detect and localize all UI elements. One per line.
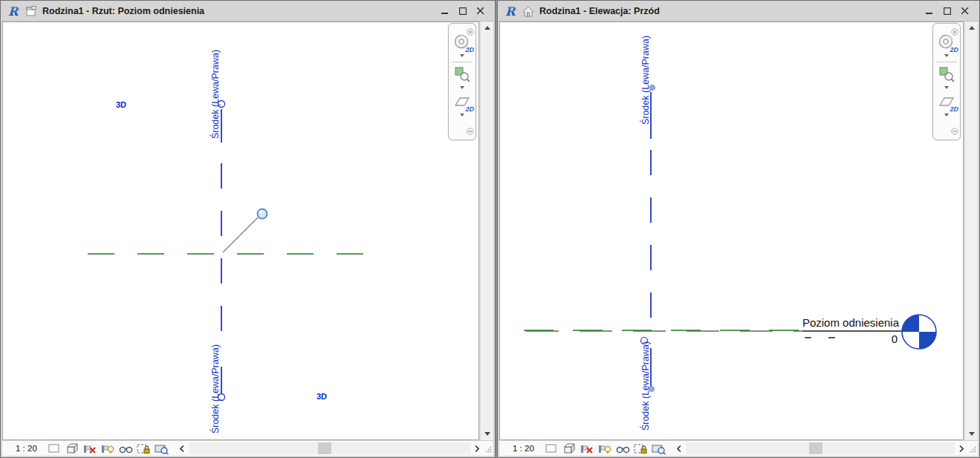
revit-logo-icon: R: [504, 5, 517, 18]
zoom-region-button[interactable]: [451, 65, 473, 84]
level-name-label[interactable]: Poziom odniesienia: [736, 316, 899, 329]
wheel-dropdown-arrow[interactable]: [460, 54, 464, 57]
scroll-down-arrow[interactable]: [481, 428, 493, 440]
maximize-button[interactable]: [458, 7, 467, 16]
ref-plane-label-top[interactable]: Środek (Lewa/Prawa): [210, 39, 221, 150]
horizontal-scrollbar-thumb[interactable]: [809, 442, 822, 454]
temporary-hide-isolate-glasses-icon[interactable]: [616, 442, 630, 454]
close-button[interactable]: [476, 7, 485, 16]
reveal-hidden-elements-icon[interactable]: [155, 442, 169, 454]
minimize-button[interactable]: [925, 7, 934, 16]
resize-grip[interactable]: [967, 442, 978, 454]
elevation-drawing-area[interactable]: Środek (Lewa/Prawa) Środek (Lewa/Prawa) …: [499, 22, 964, 440]
scroll-right-arrow[interactable]: [955, 442, 967, 454]
vertical-scrollbar[interactable]: [480, 22, 493, 440]
plan-view-icon: [25, 6, 37, 17]
scroll-down-arrow[interactable]: [965, 428, 978, 440]
ref-plane-label-bottom[interactable]: Środek (Lewa/Prawa): [210, 333, 221, 440]
steering-wheel-2d-button[interactable]: 2D: [451, 33, 473, 52]
close-button[interactable]: [961, 7, 970, 16]
zoom-dropdown-arrow[interactable]: [460, 86, 464, 89]
zoom-dropdown-arrow[interactable]: [944, 86, 949, 89]
plan-view-window: R Rodzina1 - Rzut: Poziom odniesienia: [0, 0, 496, 458]
scroll-up-arrow[interactable]: [481, 22, 493, 34]
scroll-up-arrow[interactable]: [965, 22, 978, 34]
vertical-scrollbar[interactable]: [964, 22, 978, 440]
plane-2d-label: 2D: [465, 105, 474, 113]
reveal-hidden-elements-icon[interactable]: [652, 442, 666, 454]
plane-2d-label: 2D: [950, 105, 958, 113]
detail-level-icon[interactable]: [48, 442, 62, 454]
crop-region-lock-icon[interactable]: [137, 442, 151, 454]
scroll-right-arrow[interactable]: [471, 442, 483, 454]
view-scale[interactable]: 1 : 20: [16, 444, 37, 453]
plan-drawing-area[interactable]: Środek (Lewa/Prawa) Środek (Lewa/Prawa) …: [2, 22, 479, 440]
navigation-bar: 2D 2D: [932, 23, 961, 140]
minimize-button[interactable]: [441, 7, 450, 16]
pan-2d-view-button[interactable]: 2D: [451, 92, 473, 111]
plan-window-titlebar[interactable]: R Rodzina1 - Rzut: Poziom odniesienia: [1, 1, 494, 22]
elevation-view-icon: [522, 6, 534, 17]
zoom-region-button[interactable]: [935, 65, 958, 84]
view-control-bar: 1 : 20: [499, 440, 978, 456]
wheel-dropdown-arrow[interactable]: [944, 54, 949, 57]
window-title: Rodzina1 - Elewacja: Przód: [539, 6, 920, 16]
steering-wheel-2d-button[interactable]: 2D: [935, 33, 958, 52]
rotate-drag-control[interactable]: [223, 209, 267, 253]
navbar-divider: [452, 62, 473, 62]
svg-text:R: R: [8, 5, 19, 18]
drag-handle[interactable]: [258, 209, 267, 219]
elevation-view-window: R Rodzina1 - Elewacja: Przód: [497, 0, 980, 458]
crop-region-lock-icon[interactable]: [634, 442, 648, 454]
view-scale[interactable]: 1 : 20: [513, 444, 534, 453]
pan-dropdown-arrow[interactable]: [944, 114, 949, 117]
shadows-off-icon[interactable]: [598, 442, 612, 454]
sun-path-off-icon[interactable]: [580, 442, 594, 454]
resize-grip[interactable]: [483, 442, 493, 454]
ref-plane-label-top[interactable]: Środek (Lewa/Prawa): [640, 24, 652, 136]
extent-3d-tag[interactable]: 3D: [317, 392, 327, 401]
level-head-symbol[interactable]: [902, 315, 936, 349]
window-title: Rodzina1 - Rzut: Poziom odniesienia: [42, 6, 435, 16]
pan-2d-view-button[interactable]: 2D: [935, 92, 958, 111]
visual-style-icon[interactable]: [65, 442, 79, 454]
scroll-left-arrow[interactable]: [673, 442, 685, 454]
wheel-2d-label: 2D: [465, 46, 474, 53]
horizontal-scrollbar[interactable]: [686, 442, 955, 454]
visual-style-icon[interactable]: [562, 442, 577, 454]
extent-3d-tag[interactable]: 3D: [116, 100, 126, 109]
detail-level-icon[interactable]: [545, 442, 559, 454]
navigation-bar: 2D 2D: [448, 23, 476, 140]
navbar-minimize-icon[interactable]: [951, 125, 958, 138]
horizontal-scrollbar[interactable]: [189, 442, 470, 454]
view-control-bar: 1 : 20: [2, 440, 493, 456]
wheel-2d-label: 2D: [950, 46, 958, 53]
svg-text:R: R: [505, 5, 516, 18]
horizontal-scrollbar-thumb[interactable]: [318, 442, 331, 454]
maximize-button[interactable]: [943, 7, 952, 16]
navbar-minimize-icon[interactable]: [467, 125, 474, 138]
pan-dropdown-arrow[interactable]: [460, 114, 464, 117]
revit-logo-icon: R: [7, 5, 20, 18]
elevation-window-titlebar[interactable]: R Rodzina1 - Elewacja: Przód: [499, 1, 979, 22]
shadows-off-icon[interactable]: [101, 442, 115, 454]
navbar-divider: [936, 62, 957, 62]
level-elevation-value[interactable]: 0: [823, 333, 898, 345]
ref-plane-label-bottom[interactable]: Środek (Lewa/Prawa): [640, 330, 652, 440]
temporary-hide-isolate-glasses-icon[interactable]: [119, 442, 133, 454]
scroll-left-arrow[interactable]: [176, 442, 188, 454]
sun-path-off-icon[interactable]: [83, 442, 97, 454]
